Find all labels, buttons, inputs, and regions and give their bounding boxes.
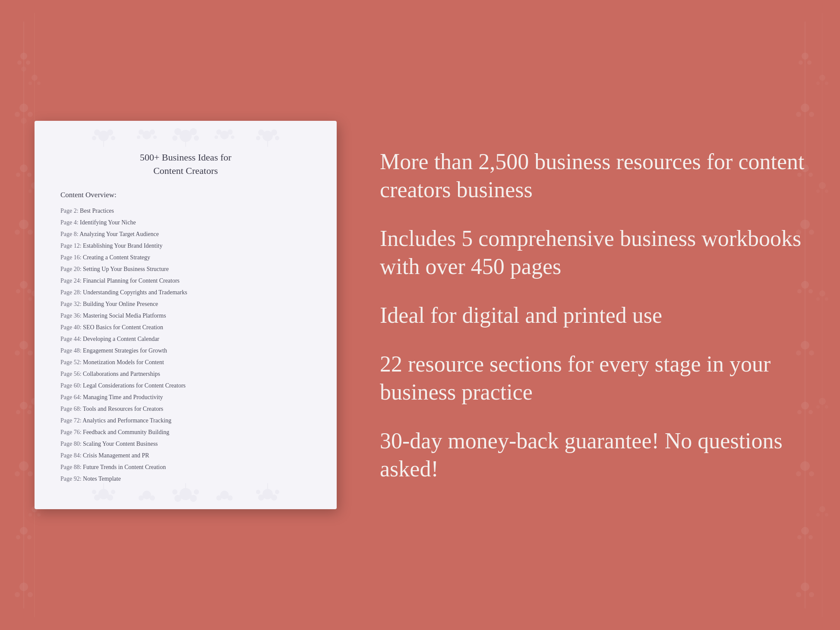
svg-point-135 xyxy=(190,495,197,502)
svg-point-128 xyxy=(111,490,115,494)
svg-point-122 xyxy=(275,136,279,140)
svg-point-136 xyxy=(172,489,177,495)
toc-page-num: Page 32: xyxy=(60,301,82,307)
svg-point-126 xyxy=(107,495,113,501)
toc-title: Mastering Social Media Platforms xyxy=(83,312,166,319)
svg-point-134 xyxy=(174,495,181,502)
toc-item: Page 36: Mastering Social Media Platform… xyxy=(60,311,311,320)
content-wrapper: 500+ Business Ideas for Content Creators… xyxy=(0,0,840,630)
svg-point-137 xyxy=(194,489,199,495)
svg-point-104 xyxy=(150,129,155,135)
svg-point-121 xyxy=(256,136,260,140)
svg-point-125 xyxy=(94,495,100,501)
toc-page-num: Page 76: xyxy=(60,429,82,435)
toc-item: Page 4: Identifying Your Niche xyxy=(60,218,311,227)
toc-page-num: Page 48: xyxy=(60,347,82,354)
svg-point-116 xyxy=(215,135,218,139)
toc-item: Page 32: Building Your Online Presence xyxy=(60,299,311,309)
toc-page-num: Page 12: xyxy=(60,243,82,249)
svg-point-145 xyxy=(256,490,260,494)
svg-point-111 xyxy=(194,135,199,141)
svg-point-100 xyxy=(111,136,115,140)
toc-item: Page 40: SEO Basics for Content Creation xyxy=(60,323,311,332)
toc-title: Analytics and Performance Tracking xyxy=(82,417,171,424)
toc-item: Page 84: Crisis Management and PR xyxy=(60,451,311,460)
svg-point-120 xyxy=(271,129,277,135)
toc-title: Best Practices xyxy=(80,208,114,214)
svg-point-115 xyxy=(227,129,233,135)
toc-title: Managing Time and Productivity xyxy=(83,394,163,400)
toc-page-num: Page 2: xyxy=(60,208,79,214)
features-panel: More than 2,500 business resources for c… xyxy=(371,148,805,483)
toc-page-num: Page 52: xyxy=(60,359,82,365)
feature-item: Ideal for digital and printed use xyxy=(380,301,805,329)
toc-page-num: Page 68: xyxy=(60,406,82,412)
svg-point-144 xyxy=(271,495,277,501)
toc-item: Page 28: Understanding Copyrights and Tr… xyxy=(60,288,311,297)
svg-point-117 xyxy=(231,135,234,139)
svg-point-143 xyxy=(258,495,264,501)
toc-page-num: Page 72: xyxy=(60,417,82,424)
svg-point-99 xyxy=(92,136,96,140)
toc-item: Page 24: Financial Planning for Content … xyxy=(60,276,311,285)
toc-title: Collaborations and Partnerships xyxy=(83,371,160,377)
toc-title: Understanding Copyrights and Trademarks xyxy=(83,289,187,296)
toc-list: Page 2: Best PracticesPage 4: Identifyin… xyxy=(60,206,311,483)
toc-item: Page 80: Scaling Your Content Business xyxy=(60,439,311,448)
toc-title: Financial Planning for Content Creators xyxy=(83,277,180,284)
toc-page-num: Page 80: xyxy=(60,441,82,447)
toc-item: Page 16: Creating a Content Strategy xyxy=(60,253,311,262)
svg-point-127 xyxy=(92,490,96,494)
toc-item: Page 76: Feedback and Community Building xyxy=(60,428,311,437)
toc-item: Page 52: Monetization Models for Content xyxy=(60,358,311,367)
toc-item: Page 44: Developing a Content Calendar xyxy=(60,334,311,343)
svg-point-146 xyxy=(275,490,279,494)
toc-title: Monetization Models for Content xyxy=(83,359,164,365)
toc-title: Future Trends in Content Creation xyxy=(83,464,166,470)
toc-title: Identifying Your Niche xyxy=(80,219,136,226)
svg-point-103 xyxy=(139,129,144,135)
feature-item: 22 resource sections for every stage in … xyxy=(380,350,805,406)
toc-title: Legal Considerations for Content Creator… xyxy=(83,382,186,389)
toc-title: Creating a Content Strategy xyxy=(83,254,150,261)
toc-page-num: Page 40: xyxy=(60,324,82,331)
doc-floral-top xyxy=(35,121,337,151)
toc-item: Page 56: Collaborations and Partnerships xyxy=(60,369,311,378)
svg-point-133 xyxy=(180,488,192,500)
toc-page-num: Page 88: xyxy=(60,464,82,470)
svg-point-132 xyxy=(150,495,155,501)
toc-title: Crisis Management and PR xyxy=(83,452,149,459)
svg-point-131 xyxy=(139,495,144,501)
toc-title: Analyzing Your Target Audience xyxy=(79,231,159,237)
toc-page-num: Page 20: xyxy=(60,266,82,272)
doc-section-label: Content Overview: xyxy=(60,191,311,199)
toc-item: Page 2: Best Practices xyxy=(60,206,311,215)
toc-item: Page 88: Future Trends in Content Creati… xyxy=(60,463,311,472)
svg-point-119 xyxy=(258,129,264,135)
svg-point-106 xyxy=(153,135,157,139)
toc-item: Page 20: Setting Up Your Business Struct… xyxy=(60,265,311,274)
doc-title: 500+ Business Ideas for Content Creators xyxy=(60,151,311,178)
toc-page-num: Page 64: xyxy=(60,394,82,400)
toc-item: Page 60: Legal Considerations for Conten… xyxy=(60,381,311,390)
svg-point-107 xyxy=(180,130,192,142)
svg-point-98 xyxy=(107,129,113,135)
svg-point-110 xyxy=(172,135,177,141)
toc-title: Establishing Your Brand Identity xyxy=(83,243,162,249)
feature-item: Includes 5 comprehensive business workbo… xyxy=(380,224,805,280)
document-preview: 500+ Business Ideas for Content Creators… xyxy=(35,121,337,509)
svg-point-97 xyxy=(94,129,100,135)
feature-item: More than 2,500 business resources for c… xyxy=(380,148,805,204)
toc-item: Page 8: Analyzing Your Target Audience xyxy=(60,230,311,239)
feature-item: 30-day money-back guarantee! No question… xyxy=(380,427,805,483)
toc-item: Page 64: Managing Time and Productivity xyxy=(60,393,311,402)
svg-point-109 xyxy=(190,128,197,135)
toc-title: Developing a Content Calendar xyxy=(83,336,159,342)
toc-page-num: Page 36: xyxy=(60,312,82,319)
toc-item: Page 72: Analytics and Performance Track… xyxy=(60,416,311,425)
toc-page-num: Page 56: xyxy=(60,371,82,377)
toc-page-num: Page 60: xyxy=(60,382,82,389)
toc-title: Feedback and Community Building xyxy=(83,429,169,435)
toc-page-num: Page 4: xyxy=(60,219,79,226)
svg-point-114 xyxy=(216,129,221,135)
